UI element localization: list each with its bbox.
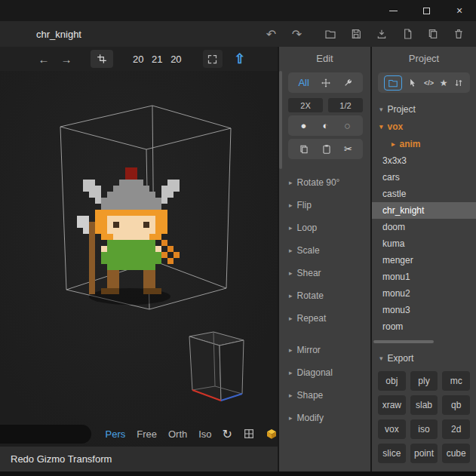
edit-section[interactable]: ▸ Modify — [279, 407, 370, 429]
delete-button[interactable] — [451, 27, 465, 41]
ground-toggle-button[interactable] — [266, 428, 278, 440]
project-item[interactable]: kuma — [372, 235, 476, 252]
chevron-right-icon: ▸ — [289, 269, 293, 277]
project-item[interactable]: monu2 — [372, 285, 476, 302]
open-button[interactable] — [323, 27, 337, 41]
edit-section-label: Mirror — [297, 345, 321, 355]
tree-folder-anim[interactable]: ▸ anim — [372, 135, 476, 152]
fill-empty-button[interactable]: ◌ — [345, 120, 351, 131]
export-format-button[interactable]: obj — [378, 371, 406, 391]
tree-root-label: Project — [388, 104, 416, 115]
grid-icon — [243, 428, 255, 440]
edit-section[interactable]: ▸ Repeat — [279, 307, 370, 330]
project-item[interactable]: monu3 — [372, 302, 476, 318]
close-button[interactable]: × — [443, 0, 476, 21]
edit-section[interactable]: ▸ Flip — [279, 194, 370, 217]
minimize-button[interactable] — [376, 0, 410, 21]
copy-button[interactable] — [299, 144, 309, 155]
open-folder-icon — [324, 28, 336, 40]
3d-viewport[interactable]: PersFreeOrthIso ↻ — [0, 71, 278, 447]
export-format-button[interactable]: 2d — [442, 419, 470, 439]
navigation-cube[interactable] — [0, 71, 278, 447]
project-item[interactable]: cars — [372, 169, 476, 186]
export-format-button[interactable]: slab — [410, 395, 438, 415]
project-panel-title: Project — [372, 47, 476, 69]
export-format-button[interactable]: vox — [378, 419, 406, 439]
project-item[interactable]: chr_knight — [372, 202, 476, 219]
history-back-button[interactable]: ← — [36, 53, 51, 66]
tool-settings-button[interactable] — [342, 78, 353, 88]
tree-root[interactable]: ▾ Project — [372, 100, 476, 118]
model-dimensions[interactable]: 20 21 20 — [133, 54, 182, 65]
select-all-button[interactable]: All — [298, 77, 309, 88]
grid-toggle-button[interactable] — [243, 428, 255, 440]
chevron-right-icon: ▸ — [392, 140, 395, 148]
edit-section[interactable]: ▸ Loop — [279, 217, 370, 239]
tree-folder-vox[interactable]: ▾ vox — [372, 118, 476, 135]
export-format-button[interactable]: qb — [442, 395, 470, 415]
select-mode-button[interactable] — [407, 78, 418, 88]
export-section-header[interactable]: ▾ Export — [372, 349, 476, 367]
view-mode-button[interactable]: Iso — [198, 428, 211, 440]
edit-panel-scrollbar[interactable] — [279, 71, 282, 169]
console-input[interactable] — [0, 425, 91, 444]
edit-section[interactable]: ▸ Rotate 90° — [279, 171, 370, 194]
view-mode-button[interactable]: Pers — [105, 428, 125, 440]
favorites-button[interactable]: ★ — [440, 78, 448, 88]
shader-view-button[interactable]: </> — [424, 79, 434, 87]
export-format-button[interactable]: ply — [410, 371, 438, 391]
edit-sections-group-a: ▸ Rotate 90° ▸ Flip ▸ Loop ▸ Scale ▸ She… — [279, 171, 370, 330]
export-format-button[interactable]: mc — [442, 371, 470, 391]
browse-files-button[interactable] — [384, 75, 402, 91]
export-format-button[interactable]: slice — [378, 444, 406, 463]
project-item[interactable]: menger — [372, 252, 476, 269]
edit-section[interactable]: ▸ Shape — [279, 384, 370, 407]
history-forward-button[interactable]: → — [59, 53, 74, 66]
cube-icon — [266, 428, 278, 440]
project-item[interactable]: 3x3x3 — [372, 152, 476, 169]
maximize-button[interactable] — [410, 0, 443, 21]
undo-button[interactable]: ↶ — [264, 27, 278, 41]
horizontal-scrollbar[interactable] — [373, 340, 434, 343]
cut-button[interactable]: ✂ — [344, 143, 352, 155]
fill-solid-button[interactable]: ● — [301, 120, 307, 131]
edit-section[interactable]: ▸ Rotate — [279, 284, 370, 307]
duplicate-button[interactable] — [425, 27, 440, 41]
project-item[interactable]: castle — [372, 186, 476, 202]
view-mode-button[interactable]: Orth — [168, 428, 187, 440]
chevron-right-icon: ▸ — [289, 414, 293, 422]
project-item[interactable]: monu1 — [372, 269, 476, 285]
edit-section-label: Shear — [297, 268, 321, 278]
expand-icon — [207, 54, 218, 65]
download-button[interactable] — [374, 27, 388, 41]
edit-section[interactable]: ▸ Mirror — [279, 339, 370, 361]
export-format-button[interactable]: cube — [442, 444, 470, 463]
new-file-button[interactable] — [400, 27, 414, 41]
edit-section[interactable]: ▸ Shear — [279, 262, 370, 284]
save-button[interactable] — [349, 27, 363, 41]
export-format-button[interactable]: point — [410, 444, 438, 463]
crop-tool-button[interactable] — [91, 50, 113, 68]
sort-button[interactable] — [453, 78, 464, 88]
move-up-button[interactable]: ⇧ — [235, 51, 246, 67]
fill-half-button[interactable]: ◐ — [323, 120, 329, 131]
paste-button[interactable] — [321, 144, 332, 155]
edit-section[interactable]: ▸ Diagonal — [279, 361, 370, 384]
move-tool-button[interactable] — [321, 78, 331, 88]
chevron-right-icon: ▸ — [289, 292, 293, 299]
forward-arrow-icon: → — [61, 53, 72, 66]
app-window: × chr_knight ↶ ↷ — [0, 0, 476, 476]
export-format-button[interactable]: iso — [410, 419, 438, 439]
export-format-button[interactable]: xraw — [378, 395, 406, 415]
view-mode-button[interactable]: Free — [137, 428, 157, 440]
project-item[interactable]: doom — [372, 219, 476, 235]
scale-half-button[interactable]: 1/2 — [328, 98, 363, 112]
viewport-column: ← → 20 21 20 ⇧ — [0, 47, 278, 471]
fit-view-button[interactable] — [203, 50, 223, 68]
reset-rotation-button[interactable]: ↻ — [223, 427, 232, 441]
half-circle-icon: ◐ — [323, 120, 329, 131]
scale-2x-button[interactable]: 2X — [288, 98, 323, 112]
edit-section[interactable]: ▸ Scale — [279, 239, 370, 262]
redo-button[interactable]: ↷ — [290, 27, 304, 41]
project-item[interactable]: room — [372, 318, 476, 335]
